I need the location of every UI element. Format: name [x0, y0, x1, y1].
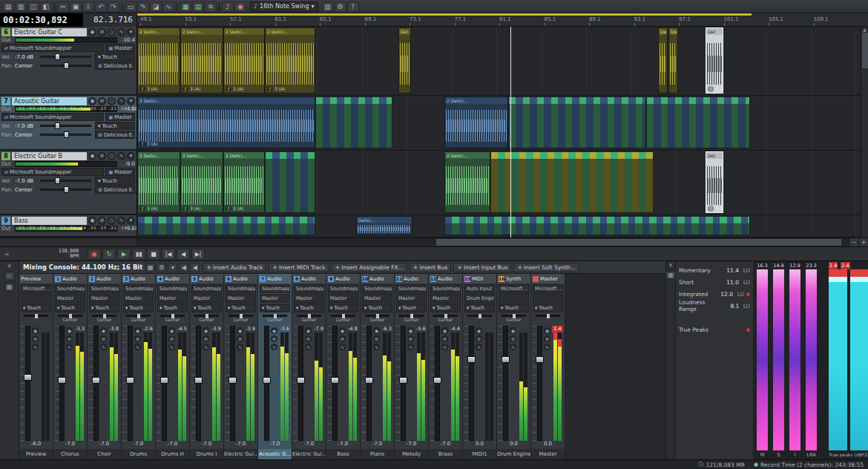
audio-clip[interactable]: Delƒ 3 (A)	[706, 27, 723, 94]
mixer-strip[interactable]: 1AudioSoundmapperMaster▾ TouchCenter◉⊘∿-…	[53, 274, 88, 459]
strip-fx-button[interactable]: ∿	[510, 344, 516, 350]
audio-clip[interactable]: Del	[658, 27, 668, 94]
loop-playback-button[interactable]: ↻	[102, 249, 116, 260]
channel-name[interactable]: Drums H	[156, 449, 189, 459]
channel-name[interactable]: Drums I	[190, 449, 223, 459]
strip-device-button[interactable]: Soundmapper	[260, 284, 290, 293]
strip-pan-control[interactable]: Center	[396, 313, 427, 324]
mixer-layout-icon[interactable]: ▦	[145, 263, 155, 272]
automation-mode-select[interactable]: ▾Touch	[95, 122, 135, 130]
mixer-strip[interactable]: MasterMicrosoft ... ▾ Touch ◉⊘∿2.40.0Mas…	[531, 274, 565, 459]
mute-button[interactable]: ⊘	[98, 152, 106, 160]
arm-record-button[interactable]: ◉	[88, 28, 96, 36]
audio-clip[interactable]	[646, 96, 750, 148]
strip-arm-button[interactable]: ◉	[373, 327, 380, 334]
fader-track[interactable]	[93, 326, 99, 441]
fader-track[interactable]	[162, 326, 167, 441]
strip-automation-select[interactable]: ▾ Touch	[464, 304, 495, 312]
clip-fx-icon[interactable]: ƒ	[183, 86, 188, 92]
new-file-button[interactable]: ▤	[2, 1, 14, 12]
views-icon[interactable]: ▦	[4, 283, 15, 292]
strip-automation-select[interactable]: ▾ Touch	[157, 304, 188, 312]
audio-clip[interactable]	[137, 216, 315, 235]
pan-slider[interactable]	[40, 188, 91, 191]
bpm-display[interactable]: 130,000 BPM	[59, 249, 79, 259]
strip-fx-button[interactable]: ∿	[32, 344, 39, 350]
fader-handle[interactable]	[331, 377, 339, 384]
channel-name[interactable]: Piano	[361, 449, 394, 459]
mixer-strip[interactable]: PreviewMicrosoft ... ▾ Touch ◉⊘∿ -6.0Pre…	[19, 274, 53, 459]
record-button[interactable]: ●	[88, 249, 101, 260]
strip-pan-control[interactable]	[464, 313, 495, 324]
strip-bus-button[interactable]	[499, 294, 529, 303]
audio-clip[interactable]: 2 Delici...	[444, 96, 508, 148]
strip-device-button[interactable]: Microsoft ...	[21, 284, 51, 293]
strip-mute-button[interactable]: ⊘	[271, 335, 277, 342]
strip-arm-button[interactable]: ◉	[407, 327, 414, 334]
pan-handle[interactable]	[479, 314, 481, 318]
strip-fx-button[interactable]: ∿	[271, 344, 277, 350]
grid-toggle-button[interactable]: ▤	[192, 1, 204, 12]
mixer-strip[interactable]: 9AudioSoundmapperMaster▾ TouchCenter◉⊘∿-…	[326, 274, 361, 459]
speaker-dim-icon[interactable]: ◀	[190, 263, 200, 272]
fader-handle[interactable]	[433, 377, 441, 384]
save-button[interactable]: ◫	[27, 1, 39, 12]
strip-automation-select[interactable]: ▾ Touch	[362, 304, 392, 312]
strip-automation-select[interactable]: ▾ Touch	[226, 304, 256, 312]
fader-track[interactable]	[25, 326, 30, 441]
strip-arm-button[interactable]: ◉	[66, 327, 73, 334]
strip-pan-control[interactable]: Center	[294, 313, 324, 324]
pan-handle[interactable]	[410, 314, 413, 318]
slider-handle[interactable]	[64, 186, 69, 193]
render-button[interactable]: ◧	[40, 1, 52, 12]
timeline-lane[interactable]: 2 Delici...ƒ 3 (A)2 Delici...	[137, 96, 861, 151]
mixer-strip[interactable]: 8AudioSoundmapperMaster▾ TouchCenter◉⊘∿-…	[292, 274, 326, 459]
help-button[interactable]: ?	[347, 1, 359, 12]
pan-handle[interactable]	[342, 314, 345, 318]
pause-button[interactable]: ▮▮	[132, 249, 145, 260]
strip-bus-button[interactable]: Master	[89, 294, 119, 303]
strip-fx-button[interactable]: ∿	[203, 344, 209, 350]
timecode-display[interactable]: 00:02:30,892	[0, 13, 83, 27]
mixer-strip[interactable]: 5AudioSoundmapperMaster▾ TouchCenter◉⊘∿-…	[190, 274, 224, 459]
strip-fx-button[interactable]: ∿	[237, 344, 243, 350]
insert-button-0[interactable]: +Insert Audio Track	[203, 263, 266, 272]
strip-fx-button[interactable]: ∿	[168, 344, 175, 350]
insert-button-1[interactable]: +Insert MIDI Track	[269, 263, 329, 272]
fader-handle[interactable]	[297, 377, 305, 384]
volume-slider[interactable]	[40, 180, 91, 182]
pan-handle[interactable]	[69, 314, 72, 318]
timeline-ruler[interactable]: 49.153.157.161.165.169.173.177.181.185.1…	[137, 13, 868, 27]
pan-handle[interactable]	[274, 314, 277, 318]
strip-mute-button[interactable]: ⊘	[134, 335, 141, 342]
strip-pan-control[interactable]: Center	[499, 313, 529, 324]
pan-handle[interactable]	[308, 314, 311, 318]
audio-clip[interactable]	[265, 151, 315, 213]
envelope-button[interactable]: ∿	[117, 217, 125, 225]
go-to-start-button[interactable]: |◀	[162, 249, 175, 260]
track-name-field[interactable]: Bass	[12, 217, 87, 225]
mixer-strip[interactable]: 6AudioSoundmapperMaster▾ TouchCenter◉⊘∿-…	[224, 274, 258, 459]
arm-record-button[interactable]: ◉	[88, 152, 96, 160]
record-input-button[interactable]: ◉	[234, 1, 246, 12]
mute-button[interactable]: ⊘	[98, 97, 106, 105]
copy-button[interactable]: ▣	[70, 1, 82, 12]
strip-bus-button[interactable]: Master	[362, 294, 392, 303]
strip-arm-button[interactable]: ◉	[544, 327, 550, 334]
fader-track[interactable]	[264, 326, 269, 441]
insert-button-5[interactable]: +Insert Soft Synth...	[513, 263, 579, 272]
strip-mute-button[interactable]: ⊘	[510, 335, 516, 342]
fader-handle[interactable]	[536, 356, 544, 363]
mute-button[interactable]: ⊘	[98, 28, 106, 36]
track-menu-caret[interactable]: ▾	[127, 152, 135, 160]
erase-tool-button[interactable]: ◪	[150, 1, 162, 12]
strip-arm-button[interactable]: ◉	[271, 327, 277, 334]
stop-button[interactable]: ■	[147, 249, 160, 260]
strip-bus-button[interactable]: Master	[294, 294, 324, 303]
audio-clip[interactable]: 2 Delici...ƒ 3 (A)	[265, 27, 315, 94]
strip-bus-button[interactable]: Master	[55, 294, 85, 303]
step-back-button[interactable]: ◀	[177, 249, 190, 260]
output-device-button[interactable]: ⇄Microsoft Soundmapper	[1, 113, 104, 121]
strip-automation-select[interactable]: ▾ Touch	[191, 304, 222, 312]
track-menu-caret[interactable]: ▾	[127, 97, 135, 105]
